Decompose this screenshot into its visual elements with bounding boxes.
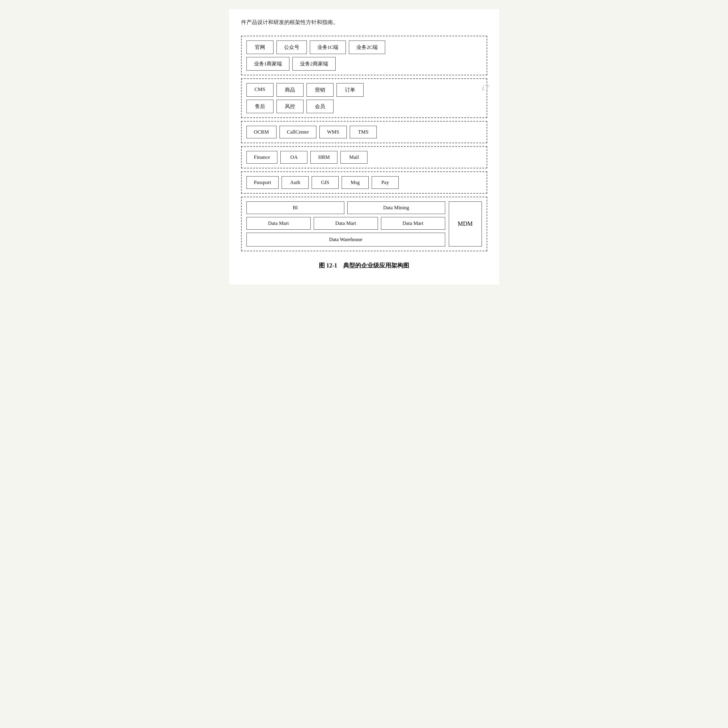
box-yewu2c: 业务2C端 xyxy=(349,41,385,54)
box-callcenter: CallCenter xyxy=(280,126,317,138)
figure-num: 图 12-1 xyxy=(319,262,337,269)
layer-5: Passport Auth GIS Msg Pay xyxy=(241,171,487,194)
diagram-container: 官网 公众号 业务1C端 业务2C端 业务1商家端 业务2商家端 CMS xyxy=(241,36,487,254)
layer-1-row-2: 业务1商家端 业务2商家端 xyxy=(246,57,482,70)
layer-5-row-1: Passport Auth GIS Msg Pay xyxy=(246,176,482,189)
box-datawarehouse: Data Warehouse xyxy=(246,232,445,246)
bottom-row-2: Data Mart Data Mart Data Mart xyxy=(246,217,445,229)
box-finance: Finance xyxy=(246,151,278,164)
box-passport: Passport xyxy=(246,176,279,189)
bottom-left: BI Data Mining Data Mart Data Mart Data … xyxy=(246,202,445,246)
box-dingdan: 订单 xyxy=(336,83,364,97)
box-wms: WMS xyxy=(320,126,347,138)
box-huiyuan: 会员 xyxy=(306,100,333,113)
layer-2: CMS 商品 营销 订单 售后 风控 会员 xyxy=(241,78,487,118)
box-tms: TMS xyxy=(350,126,377,138)
layer-1: 官网 公众号 业务1C端 业务2C端 业务1商家端 业务2商家端 xyxy=(241,36,487,75)
layer-4: Finance OA HRM Mail xyxy=(241,146,487,168)
page-container: 件产品设计和研发的框架性方针和指南。 官网 公众号 业务1C端 业务2C端 业务… xyxy=(229,9,499,284)
layer-1-row-1: 官网 公众号 业务1C端 业务2C端 xyxy=(246,41,482,54)
layer-2-row-2: 售后 风控 会员 xyxy=(246,100,482,113)
box-gongzhonghao: 公众号 xyxy=(277,41,307,54)
box-pay: Pay xyxy=(372,176,399,189)
layer-4-row-1: Finance OA HRM Mail xyxy=(246,151,482,164)
box-bi: BI xyxy=(246,202,344,214)
intro-text: 件产品设计和研发的框架性方针和指南。 xyxy=(241,18,487,27)
box-datamart-3: Data Mart xyxy=(381,217,445,229)
layer-2-row-1: CMS 商品 营销 订单 xyxy=(246,83,482,97)
box-guanwang: 官网 xyxy=(246,41,274,54)
it-label: iT xyxy=(482,84,490,93)
figure-caption: 图 12-1 典型的企业级应用架构图 xyxy=(241,262,487,269)
box-shouhou: 售后 xyxy=(246,100,274,113)
box-yewu1c: 业务1C端 xyxy=(310,41,346,54)
figure-title: 典型的企业级应用架构图 xyxy=(343,262,409,269)
box-cms: CMS xyxy=(246,83,274,97)
box-datamart-1: Data Mart xyxy=(246,217,311,229)
box-auth: Auth xyxy=(281,176,309,189)
layers-wrapper: 官网 公众号 业务1C端 业务2C端 业务1商家端 业务2商家端 CMS xyxy=(241,36,487,254)
box-gis: GIS xyxy=(312,176,339,189)
layer-3: OCRM CallCenter WMS TMS xyxy=(241,121,487,143)
box-yewu1shangjia: 业务1商家端 xyxy=(246,57,290,70)
layer-2-rows: CMS 商品 营销 订单 售后 风控 会员 xyxy=(246,83,482,113)
box-yewu2shangjia: 业务2商家端 xyxy=(292,57,336,70)
box-oa: OA xyxy=(280,151,307,164)
box-mail: Mail xyxy=(340,151,367,164)
box-yingxiao: 营销 xyxy=(306,83,333,97)
bottom-row-1: BI Data Mining xyxy=(246,202,445,214)
bottom-layer: BI Data Mining Data Mart Data Mart Data … xyxy=(241,197,487,251)
layer-3-row-1: OCRM CallCenter WMS TMS xyxy=(246,126,482,138)
box-hrm: HRM xyxy=(310,151,337,164)
box-datamining: Data Mining xyxy=(347,202,445,214)
box-msg: Msg xyxy=(342,176,369,189)
layer-1-rows: 官网 公众号 业务1C端 业务2C端 业务1商家端 业务2商家端 xyxy=(246,41,482,70)
box-fengkong: 风控 xyxy=(277,100,303,113)
box-datamart-2: Data Mart xyxy=(314,217,378,229)
box-mdm: MDM xyxy=(449,202,482,246)
box-shangpin: 商品 xyxy=(277,83,303,97)
box-ocrm: OCRM xyxy=(246,126,277,138)
